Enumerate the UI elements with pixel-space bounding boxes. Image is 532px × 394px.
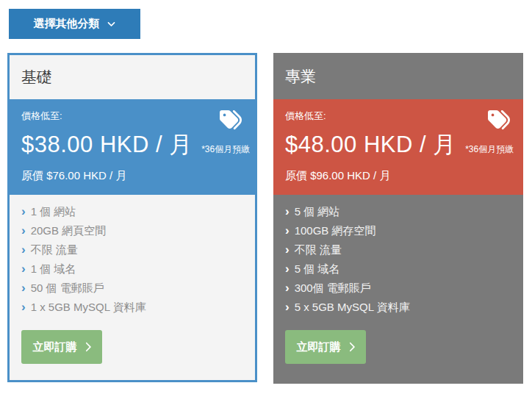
chevron-right-bullet-icon: ›: [21, 243, 26, 256]
chevron-down-icon: [107, 19, 116, 29]
chevron-right-icon: [348, 342, 355, 352]
price-prefix-label: 價格低至:: [21, 110, 243, 123]
feature-text: 1 x 5GB MySQL 資料庫: [31, 301, 146, 315]
chevron-right-bullet-icon: ›: [285, 224, 290, 237]
original-price: 原價 $76.00 HKD / 月: [21, 169, 243, 183]
feature-text: 不限 流量: [31, 243, 78, 257]
category-dropdown-button[interactable]: 選擇其他分類: [9, 9, 140, 39]
chevron-right-bullet-icon: ›: [285, 262, 290, 275]
chevron-right-bullet-icon: ›: [285, 282, 290, 294]
feature-item: ›5 個 域名: [285, 262, 511, 282]
feature-item: ›100GB 網存空間: [285, 224, 511, 243]
chevron-right-bullet-icon: ›: [21, 205, 26, 218]
feature-text: 300個 電郵賬戶: [295, 282, 371, 296]
feature-item: ›5 個 網站: [285, 205, 511, 224]
price-panel: 價格低至: $38.00 HKD / 月 *36個月預繳 原價 $76.00 H…: [10, 99, 255, 195]
feature-item: ›1 個 網站: [21, 205, 243, 224]
feature-item: ›50 個 電郵賬戶: [21, 282, 243, 301]
feature-item: ›20GB 網頁空間: [21, 224, 243, 243]
price-panel: 價格低至: $48.00 HKD / 月 *36個月預繳 原價 $96.00 H…: [273, 99, 523, 195]
feature-item: ›不限 流量: [21, 243, 243, 262]
feature-text: 5 個 網站: [295, 205, 340, 219]
feature-text: 不限 流量: [295, 243, 342, 257]
order-now-button[interactable]: 立即訂購: [285, 330, 366, 364]
plan-card-basic: 基礎 價格低至: $38.00 HKD / 月 *36個月預繳 原價 $76.0…: [7, 53, 257, 382]
price-line: $48.00 HKD / 月 *36個月預繳: [285, 129, 511, 160]
feature-item: ›5 x 5GB MySQL 資料庫: [285, 301, 511, 320]
price-term-note: *36個月預繳: [465, 144, 514, 154]
chevron-right-bullet-icon: ›: [285, 243, 290, 256]
feature-text: 1 個 網站: [31, 205, 76, 219]
feature-list: ›5 個 網站 ›100GB 網存空間 ›不限 流量 ›5 個 域名 ›300個…: [273, 195, 523, 320]
category-dropdown-label: 選擇其他分類: [34, 17, 100, 31]
feature-item: ›300個 電郵賬戶: [285, 282, 511, 301]
feature-text: 50 個 電郵賬戶: [31, 282, 104, 296]
order-now-label: 立即訂購: [33, 340, 77, 354]
tags-icon: [218, 109, 244, 131]
price-line: $38.00 HKD / 月 *36個月預繳: [21, 129, 243, 160]
feature-text: 100GB 網存空間: [295, 224, 376, 238]
feature-item: ›不限 流量: [285, 243, 511, 262]
chevron-right-bullet-icon: ›: [21, 282, 26, 294]
price-amount: $48.00 HKD / 月: [285, 132, 456, 157]
price-prefix-label: 價格低至:: [285, 110, 511, 123]
feature-item: ›1 x 5GB MySQL 資料庫: [21, 301, 243, 320]
tags-icon: [486, 109, 512, 131]
plan-title: 專業: [273, 53, 523, 99]
price-amount: $38.00 HKD / 月: [21, 132, 193, 157]
feature-text: 5 x 5GB MySQL 資料庫: [295, 301, 410, 315]
feature-text: 1 個 域名: [31, 262, 76, 276]
order-now-button[interactable]: 立即訂購: [21, 330, 102, 364]
chevron-right-bullet-icon: ›: [285, 205, 290, 218]
feature-list: ›1 個 網站 ›20GB 網頁空間 ›不限 流量 ›1 個 域名 ›50 個 …: [10, 195, 255, 320]
chevron-right-bullet-icon: ›: [21, 224, 26, 237]
price-term-note: *36個月預繳: [201, 144, 250, 154]
order-now-label: 立即訂購: [297, 340, 341, 354]
feature-text: 5 個 域名: [295, 262, 340, 276]
chevron-right-bullet-icon: ›: [21, 262, 26, 275]
plan-card-pro: 專業 價格低至: $48.00 HKD / 月 *36個月預繳 原價 $96.0…: [273, 53, 523, 384]
plan-title: 基礎: [10, 55, 255, 99]
original-price: 原價 $96.00 HKD / 月: [285, 169, 511, 183]
pricing-page: 選擇其他分類 基礎 價格低至: $38.00 HKD / 月 *36個月預繳 原…: [0, 0, 532, 394]
feature-text: 20GB 網頁空間: [31, 224, 107, 238]
chevron-right-bullet-icon: ›: [21, 301, 26, 313]
feature-item: ›1 個 域名: [21, 262, 243, 282]
chevron-right-icon: [85, 342, 91, 352]
chevron-right-bullet-icon: ›: [285, 301, 290, 313]
